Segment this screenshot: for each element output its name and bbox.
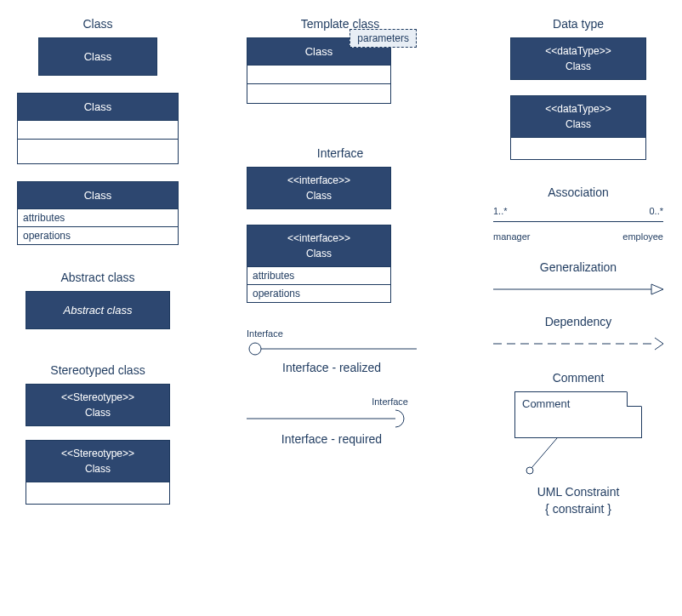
dt-tag-2: <<dataType>> xyxy=(516,103,640,115)
datatype-title: Data type xyxy=(493,17,663,31)
comment-text: Comment xyxy=(522,397,570,410)
constraint-text: { constraint } xyxy=(493,502,663,516)
constraint-title: UML Constraint xyxy=(493,485,663,499)
stereo-tag-2: <<Stereotype>> xyxy=(31,448,164,459)
abstract-title: Abstract class xyxy=(17,271,179,284)
iface-label-realized: Interface xyxy=(247,328,283,339)
iface-attr: attributes xyxy=(247,267,390,285)
interface-box-1: <<interface>> Class xyxy=(247,167,391,209)
comment-title: Comment xyxy=(493,371,663,385)
dependency-title: Dependency xyxy=(493,315,663,328)
stereo-box-2-body xyxy=(26,482,170,505)
dependency-arrow-icon xyxy=(493,335,663,352)
interface-title: Interface xyxy=(247,146,434,160)
iface-class-2: Class xyxy=(253,244,385,260)
dt-tag-1: <<dataType>> xyxy=(516,45,640,57)
dt-class-2: Class xyxy=(516,115,640,130)
class-full-header: Class xyxy=(17,181,179,209)
datatype-box-2-header: <<dataType>> Class xyxy=(510,95,646,138)
svg-point-7 xyxy=(526,467,533,474)
comment-anchor-icon xyxy=(523,438,574,481)
assoc-mult-right: 0..* xyxy=(649,206,663,216)
parameters-tab: parameters xyxy=(350,29,417,48)
svg-point-0 xyxy=(249,343,261,355)
interface-box-2-header: <<interface>> Class xyxy=(247,225,391,267)
generalization-title: Generalization xyxy=(493,260,663,274)
iface-ops: operations xyxy=(247,285,390,302)
dt-class-1: Class xyxy=(516,57,640,72)
datatype-box-2-body xyxy=(510,138,646,160)
stereo-box-1: <<Stereotype>> Class xyxy=(26,384,170,426)
template-body xyxy=(247,66,391,104)
iface-class-1: Class xyxy=(253,186,385,202)
assoc-role-right: employee xyxy=(622,231,663,242)
assoc-role-left: manager xyxy=(493,231,530,242)
note-fold-icon xyxy=(627,391,642,407)
stereo-box-2-header: <<Stereotype>> Class xyxy=(26,440,170,482)
operations-row: operations xyxy=(18,227,178,244)
class-with-body-body xyxy=(17,121,179,164)
stereo-tag-1: <<Stereotype>> xyxy=(31,391,164,403)
iface-tag-1: <<interface>> xyxy=(253,174,385,186)
class-full-body: attributes operations xyxy=(17,209,179,245)
comment-note: Comment xyxy=(514,391,642,438)
interface-box-2-body: attributes operations xyxy=(247,267,391,303)
stereo-class-2: Class xyxy=(31,459,164,475)
uml-elements-diagram: Class Class Class Class attributes opera… xyxy=(17,17,665,613)
generalization-arrow-icon xyxy=(493,281,663,298)
class-simple: Class xyxy=(38,37,157,76)
association-line: 1..* 0..* manager employee xyxy=(493,206,663,238)
iface-tag-2: <<interface>> xyxy=(253,232,385,244)
stereo-class-1: Class xyxy=(31,403,164,419)
class-title: Class xyxy=(17,17,179,31)
svg-line-6 xyxy=(531,438,557,468)
iface-required-caption: Interface - required xyxy=(247,432,417,446)
class-with-body-header: Class xyxy=(17,93,179,121)
datatype-box-1: <<dataType>> Class xyxy=(510,37,646,80)
socket-required-icon xyxy=(247,408,417,434)
assoc-mult-left: 1..* xyxy=(493,206,508,216)
stereotyped-title: Stereotyped class xyxy=(17,363,179,377)
iface-label-required: Interface xyxy=(372,396,408,407)
iface-realized-caption: Interface - realized xyxy=(247,361,417,374)
svg-marker-4 xyxy=(651,284,663,294)
attributes-row: attributes xyxy=(18,209,178,227)
abstract-class-box: Abstract class xyxy=(26,291,170,329)
association-title: Association xyxy=(493,185,663,199)
